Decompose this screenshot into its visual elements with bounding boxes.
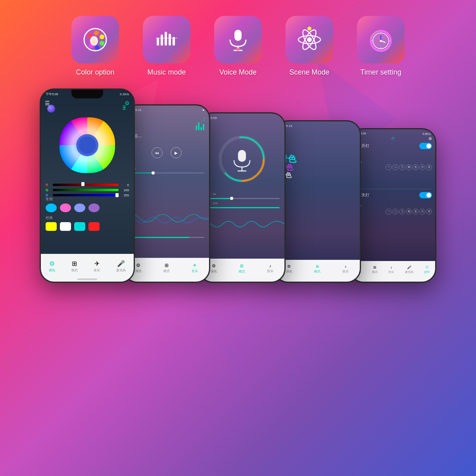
phone5-top-bar: ☰ ⏱ ⚙ bbox=[350, 136, 435, 141]
off-day-3[interactable]: 三 bbox=[399, 209, 405, 215]
off-day-6[interactable]: 六 bbox=[419, 209, 425, 215]
phone2-bottom-nav: ⚙ 调色 ⊞ 模式 ✈ 音乐 bbox=[124, 258, 209, 282]
nav5-timer[interactable]: ⏱ 定时 bbox=[424, 265, 430, 274]
off-day-1[interactable]: 一 bbox=[386, 209, 392, 215]
off-day-5[interactable]: 五 bbox=[413, 209, 418, 215]
nav-color[interactable]: ⚙ 调色 bbox=[49, 260, 55, 273]
classic-swatch-3[interactable] bbox=[74, 222, 85, 231]
nav3-color[interactable]: ⚙ 调色 bbox=[211, 263, 217, 274]
music-mode-item[interactable]: Music mode bbox=[143, 16, 190, 77]
day-1[interactable]: 一 bbox=[386, 164, 392, 170]
classic-swatch-2[interactable] bbox=[60, 222, 71, 231]
phone3-wave bbox=[200, 214, 284, 234]
nav5-timer-icon: ⏱ bbox=[425, 265, 429, 269]
svg-point-9 bbox=[100, 41, 104, 46]
phone2-status-bar: 下午5:14 ● bbox=[124, 106, 209, 113]
scene-static1: 静态 bbox=[279, 180, 356, 185]
svg-rect-15 bbox=[161, 35, 163, 46]
play-btn[interactable]: ▶ bbox=[171, 147, 182, 158]
color-option-icon-wrapper bbox=[71, 16, 119, 63]
scene-mode-item[interactable]: Scene Mode bbox=[286, 16, 333, 77]
off-day-2[interactable]: 二 bbox=[392, 209, 398, 215]
swatch-1[interactable] bbox=[46, 203, 57, 212]
nav4-music[interactable]: ♪ 音乐 bbox=[342, 264, 349, 274]
classic-swatch-1[interactable] bbox=[46, 222, 57, 231]
music-mode-icon-wrapper bbox=[143, 16, 190, 63]
swatch-4[interactable] bbox=[88, 203, 100, 212]
nav5-mic-icon: 🎤 bbox=[407, 265, 411, 269]
scene-yellow: 黄色 bbox=[279, 148, 356, 154]
home-indicator bbox=[77, 278, 97, 280]
scene-static2: 静态 bbox=[279, 185, 356, 190]
icons-row: Color option Music mode bbox=[0, 0, 476, 84]
nav5-mode[interactable]: ⊞ 模式 bbox=[372, 265, 378, 274]
phone4-scene-list: 绿色 蓝色 黄色 青色 紫色 白色 静态 静态 静态 bbox=[279, 136, 356, 195]
scene-mode-icon-wrapper bbox=[286, 16, 333, 63]
svg-point-25 bbox=[307, 37, 312, 42]
nav2-music[interactable]: ✈ 音乐 bbox=[192, 263, 198, 273]
phone1-swatches: 常用 经典 bbox=[46, 197, 129, 234]
day-5[interactable]: 五 bbox=[413, 164, 418, 170]
phones-row: 下午5:09 0.1K/s ☰ ⚙ 🎚 bbox=[0, 88, 476, 283]
phone2-wave bbox=[124, 206, 209, 230]
phone5-timer-icon: ⏱ bbox=[391, 136, 395, 141]
timer-setting-item[interactable]: Timer setting bbox=[357, 16, 405, 77]
g-value: 109 bbox=[121, 188, 129, 192]
off-time-value: 00:00 bbox=[353, 204, 432, 207]
svg-rect-14 bbox=[157, 38, 159, 46]
prev-btn[interactable]: ⏮ bbox=[152, 147, 163, 158]
nav5-mic[interactable]: 🎤 麦克风 bbox=[405, 265, 413, 274]
nav-music[interactable]: ✈ 音乐 bbox=[94, 260, 100, 273]
atom-icon bbox=[296, 26, 323, 54]
nav4-color-icon: ⚙ bbox=[287, 264, 291, 269]
nav3-mode[interactable]: ⊞ 模式 bbox=[239, 263, 245, 274]
day-7[interactable]: 日 bbox=[426, 164, 432, 170]
svg-rect-43 bbox=[238, 150, 246, 162]
brightness-track bbox=[129, 237, 204, 238]
phone2-bg bbox=[124, 106, 209, 282]
off-day-4[interactable]: 四 bbox=[406, 209, 412, 215]
color-option-item[interactable]: Color option bbox=[71, 16, 119, 77]
nav3-music-label: 音乐 bbox=[267, 269, 273, 273]
classic-swatch-4[interactable] bbox=[88, 222, 100, 231]
swatch-3[interactable] bbox=[74, 203, 85, 212]
nav3-mode-label: 模式 bbox=[239, 269, 245, 274]
microphone-icon bbox=[224, 26, 252, 54]
phone5-on-timer: 定时开灯 时间 绿色 00:00 重复 一 二 三 四 五 六 日 bbox=[353, 143, 432, 171]
phone1-notch bbox=[71, 90, 103, 98]
day-3[interactable]: 三 bbox=[399, 164, 405, 170]
phone3-screen: 下午5:09 ☰ bbox=[200, 113, 284, 282]
phone2-note-icon: ♪ bbox=[202, 116, 205, 122]
off-timer-toggle[interactable] bbox=[419, 192, 432, 198]
phone1-r-row: R 0 bbox=[46, 183, 129, 187]
nav4-color[interactable]: ⚙ 调色 bbox=[286, 264, 292, 274]
nav2-mode[interactable]: ⊞ 模式 bbox=[163, 263, 170, 273]
nav-mic[interactable]: 🎤 麦克风 bbox=[116, 260, 126, 273]
on-time-value: 绿色 bbox=[353, 155, 432, 159]
phone5-screen: 下午5:09 0.2K/s ☰ ⏱ ⚙ 定时开灯 时间 绿色 00:00 重复 bbox=[350, 129, 435, 282]
voice-mode-item[interactable]: Voice Mode bbox=[214, 16, 262, 77]
voice-mode-icon-wrapper bbox=[214, 16, 262, 63]
nav2-color[interactable]: ⚙ 调色 bbox=[135, 263, 142, 273]
off-days: 一 二 三 四 五 六 日 bbox=[386, 209, 432, 215]
day-6[interactable]: 六 bbox=[419, 164, 425, 170]
on-timer-toggle[interactable] bbox=[419, 143, 432, 149]
phone1-time: 下午5:09 bbox=[46, 92, 58, 96]
svg-point-10 bbox=[95, 45, 100, 50]
swatch-2[interactable] bbox=[60, 203, 71, 212]
nav5-music[interactable]: ♪ 音乐 bbox=[388, 265, 394, 274]
scene-purple: 紫色 bbox=[279, 164, 356, 172]
nav3-music[interactable]: ♪ 音乐 bbox=[267, 263, 273, 273]
phone-scene-mode: 下午5:13 ☰ 绿色 蓝色 黄色 青色 紫色 白色 静态 静态 静态 ⚙ bbox=[274, 120, 361, 283]
off-day-7[interactable]: 日 bbox=[426, 209, 432, 215]
svg-point-41 bbox=[79, 136, 96, 154]
day-4[interactable]: 四 bbox=[406, 164, 412, 170]
nav5-music-label: 音乐 bbox=[388, 270, 394, 274]
scene-green: 绿色 bbox=[279, 136, 356, 142]
day-2[interactable]: 二 bbox=[392, 164, 398, 170]
phone4-screen: 下午5:13 ☰ 绿色 蓝色 黄色 青色 紫色 白色 静态 静态 静态 ⚙ bbox=[275, 121, 360, 282]
nav-music-label: 音乐 bbox=[94, 268, 100, 273]
color-wheel-svg bbox=[56, 113, 119, 177]
nav4-mode[interactable]: ⊞ 模式 bbox=[314, 264, 321, 274]
nav-mode[interactable]: ⊞ 模式 bbox=[71, 260, 78, 273]
